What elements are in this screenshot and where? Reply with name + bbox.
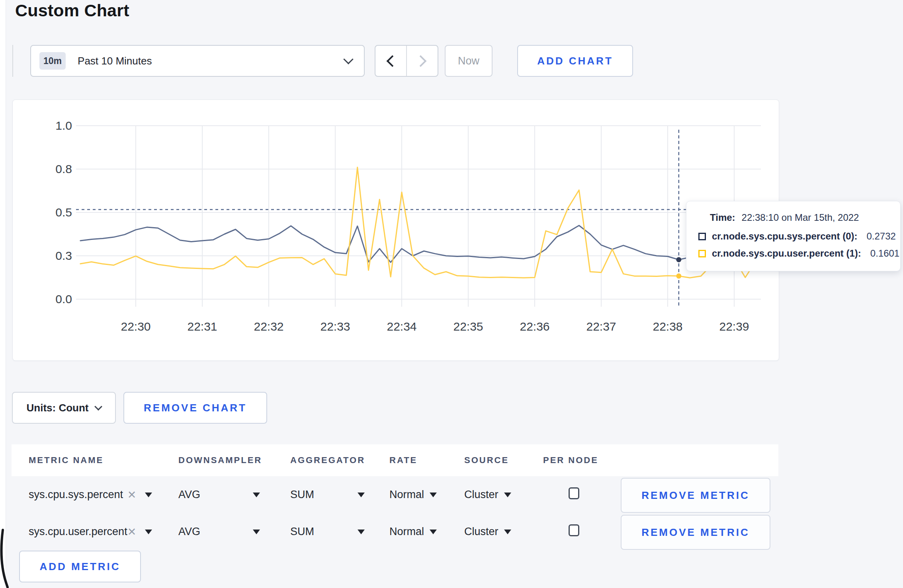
source-select[interactable]: Cluster [464, 526, 543, 538]
svg-text:22:38: 22:38 [653, 320, 682, 333]
time-back-button[interactable] [375, 46, 407, 76]
series-sys-swatch-icon [698, 233, 706, 240]
time-range-dropdown[interactable]: 10m Past 10 Minutes [30, 45, 365, 77]
tooltip-series-value: 0.1601 [870, 248, 899, 259]
aggregator-value: SUM [290, 526, 314, 538]
col-header-per-node: PER NODE [543, 455, 621, 465]
svg-text:1.0: 1.0 [55, 119, 72, 132]
svg-text:22:36: 22:36 [520, 320, 549, 333]
caret-down-icon [504, 530, 511, 534]
tooltip-time-value: 22:38:10 on Mar 15th, 2022 [742, 212, 859, 223]
svg-text:22:35: 22:35 [453, 320, 483, 333]
svg-text:0.3: 0.3 [55, 249, 72, 262]
time-range-badge: 10m [39, 52, 66, 70]
col-header-source: SOURCE [464, 455, 543, 465]
left-edge-panel [0, 0, 6, 588]
rate-select[interactable]: Normal [389, 489, 464, 501]
metric-name-value: sys.cpu.user.percent [29, 526, 126, 538]
downsampler-select[interactable]: AVG [178, 526, 290, 538]
chevron-down-icon [343, 54, 353, 64]
per-node-cell [543, 526, 621, 538]
metrics-table: METRIC NAME DOWNSAMPLER AGGREGATOR RATE … [12, 444, 778, 550]
per-node-cell [543, 489, 621, 501]
gridlines [76, 126, 761, 307]
downsampler-value: AVG [178, 526, 200, 538]
caret-down-icon [358, 530, 365, 534]
caret-down-icon [358, 493, 365, 497]
series-user-swatch-icon [698, 250, 706, 257]
metric-row: sys.cpu.user.percent ✕ AVG SUM Normal Cl… [12, 513, 778, 550]
source-value: Cluster [464, 526, 498, 538]
svg-text:22:37: 22:37 [586, 320, 616, 333]
tooltip-time-row: Time: 22:38:10 on Mar 15th, 2022 [698, 212, 889, 223]
svg-text:22:32: 22:32 [254, 320, 283, 333]
caret-down-icon [504, 493, 511, 497]
tooltip-series-value: 0.2732 [866, 231, 895, 242]
chevron-left-icon [387, 55, 399, 67]
svg-text:22:39: 22:39 [719, 320, 749, 333]
col-header-downsampler: DOWNSAMPLER [178, 455, 290, 465]
svg-text:22:34: 22:34 [387, 320, 416, 333]
svg-text:0.8: 0.8 [55, 162, 72, 175]
toolbar-divider [12, 45, 13, 77]
svg-text:0.0: 0.0 [55, 292, 72, 306]
remove-chart-button[interactable]: REMOVE CHART [123, 392, 267, 424]
clear-metric-icon[interactable]: ✕ [126, 489, 138, 501]
stray-mark [0, 528, 14, 588]
aggregator-value: SUM [290, 489, 314, 501]
caret-down-icon [145, 493, 152, 497]
downsampler-value: AVG [178, 489, 200, 501]
time-forward-button[interactable] [407, 46, 438, 76]
chevron-right-icon [415, 55, 427, 67]
chevron-down-icon [95, 403, 103, 411]
remove-metric-button[interactable]: REMOVE METRIC [621, 478, 770, 513]
caret-down-icon [430, 493, 437, 497]
svg-text:0.5: 0.5 [55, 206, 72, 219]
source-value: Cluster [464, 489, 498, 501]
tooltip-series-label: cr.node.sys.cpu.sys.percent (0): [712, 231, 857, 242]
units-label: Units: Count [27, 402, 89, 414]
per-node-checkbox[interactable] [569, 487, 579, 499]
col-header-rate: RATE [389, 455, 464, 465]
aggregator-select[interactable]: SUM [290, 489, 389, 501]
rate-value: Normal [389, 489, 424, 501]
clear-metric-icon[interactable]: ✕ [126, 526, 138, 538]
remove-metric-button[interactable]: REMOVE METRIC [621, 515, 770, 550]
caret-down-icon [253, 530, 260, 534]
svg-text:22:31: 22:31 [187, 320, 217, 333]
tooltip-time-label: Time: [710, 212, 735, 223]
crosshair-marker-sys [676, 257, 681, 262]
col-header-aggregator: AGGREGATOR [290, 455, 389, 465]
col-header-metric-name: METRIC NAME [29, 455, 178, 465]
metric-name-select[interactable]: sys.cpu.user.percent ✕ [29, 526, 178, 538]
caret-down-icon [430, 530, 437, 534]
actions-cell: REMOVE METRIC [621, 514, 778, 550]
page-title: Custom Chart [15, 1, 129, 20]
per-node-checkbox[interactable] [569, 524, 579, 536]
chart-card: 0.00.30.50.81.022:3022:3122:3222:3322:34… [12, 99, 779, 361]
units-dropdown[interactable]: Units: Count [12, 392, 116, 424]
downsampler-select[interactable]: AVG [178, 489, 290, 501]
now-button[interactable]: Now [445, 45, 493, 77]
metric-name-value: sys.cpu.sys.percent [29, 489, 126, 501]
actions-cell: REMOVE METRIC [621, 477, 778, 513]
tooltip-series-row: cr.node.sys.cpu.user.percent (1): 0.1601 [698, 248, 889, 259]
metrics-table-header: METRIC NAME DOWNSAMPLER AGGREGATOR RATE … [12, 444, 778, 476]
rate-select[interactable]: Normal [389, 526, 464, 538]
time-nav-group [375, 45, 438, 77]
metrics-rows: sys.cpu.sys.percent ✕ AVG SUM Normal Clu… [12, 476, 778, 550]
aggregator-select[interactable]: SUM [290, 526, 389, 538]
chart-plot[interactable]: 0.00.30.50.81.022:3022:3122:3222:3322:34… [13, 100, 779, 360]
caret-down-icon [253, 493, 260, 497]
add-chart-button[interactable]: ADD CHART [517, 45, 633, 77]
tooltip-series-label: cr.node.sys.cpu.user.percent (1): [712, 248, 861, 259]
time-range-label: Past 10 Minutes [78, 55, 152, 67]
source-select[interactable]: Cluster [464, 489, 543, 501]
tooltip-series-row: cr.node.sys.cpu.sys.percent (0): 0.2732 [698, 231, 889, 242]
series-sys-line [80, 226, 756, 263]
crosshair-marker-user [676, 273, 681, 278]
svg-text:22:30: 22:30 [121, 320, 150, 333]
axis-tick-labels: 0.00.30.50.81.022:3022:3122:3222:3322:34… [55, 119, 749, 333]
metric-name-select[interactable]: sys.cpu.sys.percent ✕ [29, 489, 178, 501]
add-metric-button[interactable]: ADD METRIC [19, 551, 141, 582]
